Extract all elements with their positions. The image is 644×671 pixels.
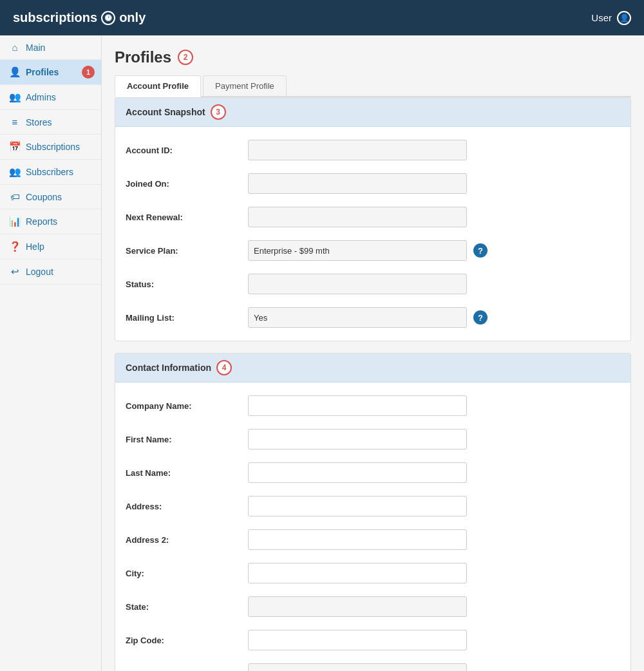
company-name-label: Company Name:: [126, 401, 242, 411]
profiles-badge: 1: [82, 66, 95, 79]
sidebar-label-stores: Stores: [26, 117, 52, 128]
state-select[interactable]: California New York Texas: [248, 596, 467, 617]
next-renewal-label: Next Renewal:: [126, 213, 242, 222]
subscriptions-icon: 📅: [9, 141, 21, 153]
sidebar-item-admins[interactable]: 👥 Admins: [0, 85, 101, 110]
help-icon: ❓: [9, 241, 21, 252]
company-name-row: Company Name:: [115, 389, 630, 422]
account-snapshot-badge: 3: [211, 104, 226, 120]
address-row: Address:: [115, 489, 630, 523]
sidebar-label-help: Help: [26, 241, 44, 252]
sidebar-label-subscribers: Subscribers: [26, 167, 73, 177]
account-id-input[interactable]: [248, 140, 467, 160]
sidebar-label-subscriptions: Subscriptions: [26, 142, 80, 152]
sidebar-item-reports[interactable]: 📊 Reports: [0, 209, 101, 234]
status-input[interactable]: [248, 274, 467, 294]
logo-only: only: [119, 10, 146, 25]
user-label: User: [591, 12, 612, 23]
next-renewal-row: Next Renewal:: [115, 200, 630, 234]
sidebar-item-stores[interactable]: ≡ Stores: [0, 110, 101, 135]
address-input[interactable]: [248, 496, 467, 516]
last-name-row: Last Name:: [115, 456, 630, 489]
sidebar-item-help[interactable]: ❓ Help: [0, 234, 101, 260]
sidebar-label-reports: Reports: [26, 216, 57, 227]
city-input[interactable]: [248, 563, 467, 583]
user-icon: 👤: [617, 11, 631, 25]
sidebar-item-subscriptions[interactable]: 📅 Subscriptions: [0, 135, 101, 160]
last-name-input[interactable]: [248, 462, 467, 483]
app-logo: subscriptions 🕐 only: [13, 10, 146, 25]
account-snapshot-body: Account ID: Joined On: Next Renewal: Ser…: [115, 127, 630, 341]
app-header: subscriptions 🕐 only User 👤: [0, 0, 644, 35]
address2-input[interactable]: [248, 529, 467, 550]
company-name-input[interactable]: [248, 395, 467, 416]
account-id-row: Account ID:: [115, 133, 630, 167]
coupons-icon: 🏷: [9, 191, 21, 202]
sidebar-item-profiles[interactable]: 👤 Profiles 1: [0, 60, 101, 85]
page-title-row: Profiles 2: [115, 48, 631, 66]
clock-icon: 🕐: [101, 11, 115, 25]
contact-information-card: Contact Information 4 Company Name: Firs…: [115, 353, 631, 671]
contact-info-title: Contact Information: [126, 363, 211, 373]
tab-account-profile[interactable]: Account Profile: [115, 75, 201, 97]
sidebar-item-subscribers[interactable]: 👥 Subscribers: [0, 160, 101, 185]
state-label: State:: [126, 602, 242, 612]
page-title: Profiles: [115, 48, 171, 66]
zip-label: Zip Code:: [126, 636, 242, 645]
tab-payment-profile[interactable]: Payment Profile: [203, 75, 287, 96]
logout-icon: ↩: [9, 266, 21, 278]
mailing-list-label: Mailing List:: [126, 313, 242, 323]
address-label: Address:: [126, 502, 242, 511]
next-renewal-input[interactable]: [248, 207, 467, 227]
contact-info-body: Company Name: First Name: Last Name: Add…: [115, 383, 630, 671]
first-name-label: First Name:: [126, 435, 242, 444]
sidebar-label-coupons: Coupons: [26, 192, 62, 202]
subscribers-icon: 👥: [9, 166, 21, 178]
zip-row: Zip Code:: [115, 623, 630, 657]
status-row: Status:: [115, 267, 630, 301]
joined-on-input[interactable]: [248, 173, 467, 194]
sidebar-label-main: Main: [26, 43, 45, 53]
page-badge: 2: [178, 50, 193, 65]
sidebar-item-main[interactable]: ⌂ Main: [0, 35, 101, 60]
account-snapshot-title: Account Snapshot: [126, 107, 205, 117]
service-plan-select[interactable]: Enterprise - $99 mth Basic - $29 mth Pro…: [248, 240, 467, 261]
contact-info-header: Contact Information 4: [115, 354, 630, 383]
contact-info-badge: 4: [216, 360, 232, 375]
profile-icon: 👤: [9, 66, 21, 78]
app-body: ⌂ Main 👤 Profiles 1 👥 Admins ≡ Stores 📅 …: [0, 35, 644, 671]
logo-subscriptions: subscriptions: [13, 10, 97, 25]
stores-icon: ≡: [9, 117, 21, 128]
country-select[interactable]: United States Canada United Kingdom: [248, 663, 467, 671]
sidebar-item-logout[interactable]: ↩ Logout: [0, 260, 101, 285]
city-row: City:: [115, 556, 630, 590]
sidebar-label-profiles: Profiles: [26, 67, 59, 77]
account-id-label: Account ID:: [126, 146, 242, 155]
account-snapshot-header: Account Snapshot 3: [115, 98, 630, 127]
country-row: Country: United States Canada United Kin…: [115, 657, 630, 671]
last-name-label: Last Name:: [126, 468, 242, 478]
mailing-list-row: Mailing List: Yes No ?: [115, 301, 630, 334]
country-label: Country:: [126, 669, 242, 672]
sidebar: ⌂ Main 👤 Profiles 1 👥 Admins ≡ Stores 📅 …: [0, 35, 102, 671]
city-label: City:: [126, 569, 242, 578]
service-plan-help-icon[interactable]: ?: [473, 243, 488, 258]
sidebar-item-coupons[interactable]: 🏷 Coupons: [0, 185, 101, 209]
joined-on-label: Joined On:: [126, 179, 242, 189]
service-plan-label: Service Plan:: [126, 246, 242, 256]
admins-icon: 👥: [9, 91, 21, 103]
first-name-input[interactable]: [248, 429, 467, 449]
mailing-list-help-icon[interactable]: ?: [473, 310, 488, 325]
reports-icon: 📊: [9, 216, 21, 227]
joined-on-row: Joined On:: [115, 167, 630, 200]
address2-row: Address 2:: [115, 523, 630, 556]
status-label: Status:: [126, 279, 242, 289]
sidebar-label-logout: Logout: [26, 267, 53, 277]
mailing-list-select[interactable]: Yes No: [248, 307, 467, 328]
zip-input[interactable]: [248, 630, 467, 650]
account-snapshot-card: Account Snapshot 3 Account ID: Joined On…: [115, 97, 631, 341]
header-user[interactable]: User 👤: [591, 11, 631, 25]
home-icon: ⌂: [9, 42, 21, 53]
address2-label: Address 2:: [126, 535, 242, 545]
tabs: Account Profile Payment Profile: [115, 75, 631, 97]
